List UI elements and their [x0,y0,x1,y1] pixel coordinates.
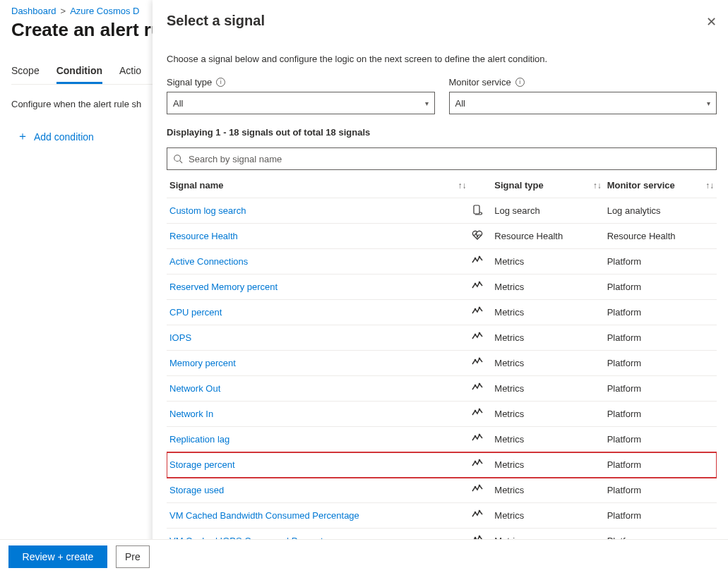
col-monitor-service[interactable]: Monitor service↑↓ [604,173,717,198]
monitor-service-cell: Platform [604,503,717,529]
breadcrumb-cosmos[interactable]: Azure Cosmos D [70,6,139,16]
table-row[interactable]: Custom log searchLog searchLog analytics [167,198,717,224]
signal-type-cell: Metrics [491,300,604,325]
table-row[interactable]: CPU percentMetricsPlatform [167,300,717,325]
table-row[interactable]: Storage percentMetricsPlatform [167,452,717,478]
signal-name-link[interactable]: Resource Health [169,231,238,241]
metric-icon [472,407,483,418]
signal-type-cell: Metrics [491,376,604,402]
metric-icon [472,280,483,291]
signal-name-link[interactable]: Reserved Memory percent [169,282,278,292]
signal-name-link[interactable]: IOPS [169,332,191,343]
table-row[interactable]: Resource HealthResource HealthResource H… [167,224,717,249]
metric-icon [472,458,483,469]
search-input[interactable] [189,154,710,164]
svg-point-0 [174,155,181,162]
signal-name-link[interactable]: Custom log search [169,205,246,216]
signal-type-cell: Metrics [491,325,604,351]
monitor-service-cell: Platform [604,300,717,325]
col-signal-name[interactable]: Signal name↑↓ [167,173,469,198]
metric-icon [472,433,483,444]
signal-name-link[interactable]: Storage percent [169,459,235,470]
signal-table-scroll[interactable]: Signal name↑↓ Signal type↑↓ Monitor serv… [167,173,717,539]
table-row[interactable]: VM Cached Bandwidth Consumed PercentageM… [167,503,717,529]
tab-actions[interactable]: Actio [119,65,141,84]
signal-type-cell: Metrics [491,503,604,529]
signal-name-link[interactable]: Memory percent [169,358,236,368]
review-create-button[interactable]: Review + create [8,545,107,568]
signal-type-cell: Metrics [491,249,604,275]
signal-name-link[interactable]: Active Connections [169,256,248,267]
signal-type-cell: Metrics [491,275,604,300]
signal-type-value: All [173,98,183,109]
signal-type-cell: Metrics [491,452,604,478]
info-icon[interactable]: i [515,78,525,87]
monitor-service-cell: Platform [604,529,717,540]
search-box[interactable] [167,147,717,170]
monitor-service-cell: Platform [604,427,717,452]
svg-line-1 [180,161,183,164]
signal-type-cell: Metrics [491,351,604,376]
metric-icon [472,356,483,368]
table-row[interactable]: Network OutMetricsPlatform [167,376,717,402]
breadcrumb-dashboard[interactable]: Dashboard [11,6,56,16]
monitor-service-cell: Platform [604,351,717,376]
select-signal-panel: Select a signal ✕ Choose a signal below … [153,0,728,573]
sort-icon: ↑↓ [458,181,466,191]
metric-icon [472,483,483,495]
table-row[interactable]: IOPSMetricsPlatform [167,325,717,351]
info-icon[interactable]: i [216,78,225,87]
signal-name-link[interactable]: Storage used [169,485,224,495]
panel-title: Select a signal [167,13,265,29]
signal-name-link[interactable]: CPU percent [169,307,222,318]
monitor-service-cell: Platform [604,249,717,275]
signal-type-label: Signal type i [167,77,435,88]
monitor-service-select[interactable]: All ▾ [449,92,717,114]
plus-icon: ＋ [17,129,28,144]
monitor-service-cell: Platform [604,478,717,503]
signal-name-link[interactable]: Replication lag [169,434,229,445]
monitor-service-label: Monitor service i [449,77,717,88]
table-row[interactable]: Active ConnectionsMetricsPlatform [167,249,717,275]
chevron-down-icon: ▾ [707,99,710,107]
signal-name-link[interactable]: VM Cached Bandwidth Consumed Percentage [169,510,359,521]
table-row[interactable]: Storage usedMetricsPlatform [167,478,717,503]
metric-icon [472,509,483,520]
signal-name-link[interactable]: Network Out [169,383,220,394]
heart-icon [472,229,483,241]
chevron-down-icon: ▾ [425,99,429,107]
close-icon[interactable]: ✕ [700,13,717,31]
metric-icon [472,331,483,342]
tab-condition[interactable]: Condition [56,65,102,84]
monitor-service-cell: Platform [604,376,717,402]
sort-icon: ↑↓ [705,181,714,191]
table-row[interactable]: Replication lagMetricsPlatform [167,427,717,452]
search-icon [173,154,183,164]
sort-icon: ↑↓ [593,181,602,191]
previous-button[interactable]: Pre [116,545,150,568]
breadcrumb-separator: > [61,6,66,16]
monitor-service-cell: Platform [604,275,717,300]
table-row[interactable]: Memory percentMetricsPlatform [167,351,717,376]
table-row[interactable]: Reserved Memory percentMetricsPlatform [167,275,717,300]
table-row[interactable]: VM Cached IOPS Consumed PercentageMetric… [167,529,717,540]
metric-icon [472,382,483,393]
signal-name-link[interactable]: Network In [169,409,213,419]
table-row[interactable]: Network InMetricsPlatform [167,402,717,427]
col-signal-type[interactable]: Signal type↑↓ [491,173,604,198]
signal-type-cell: Metrics [491,529,604,540]
monitor-service-cell: Platform [604,402,717,427]
add-condition-label: Add condition [34,131,94,143]
monitor-service-cell: Log analytics [604,198,717,224]
monitor-service-cell: Platform [604,325,717,351]
bottom-bar: Review + create Pre [0,539,728,573]
metric-icon [472,534,483,539]
signal-type-cell: Metrics [491,427,604,452]
signal-type-cell: Resource Health [491,224,604,249]
monitor-service-label-text: Monitor service [449,77,511,88]
metric-icon [472,306,483,317]
signal-type-cell: Metrics [491,478,604,503]
monitor-service-cell: Platform [604,452,717,478]
tab-scope[interactable]: Scope [11,65,40,84]
signal-type-select[interactable]: All ▾ [167,92,435,114]
